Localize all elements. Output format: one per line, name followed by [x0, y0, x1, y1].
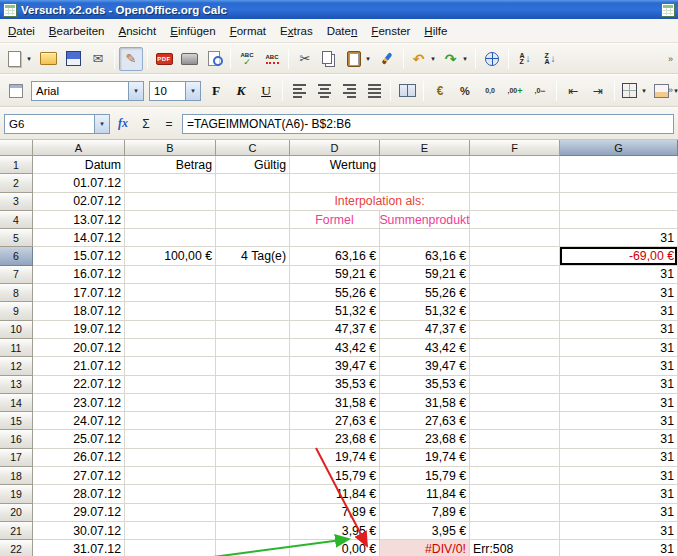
new-document-button[interactable] [4, 47, 35, 71]
undo-dropdown[interactable] [428, 48, 438, 70]
cell-C1[interactable]: Gültig [216, 156, 290, 174]
cell-B3[interactable] [125, 193, 216, 211]
cell-G2[interactable] [560, 174, 678, 192]
menu-format[interactable]: Format [223, 21, 273, 41]
cut-button[interactable]: ✂ [293, 47, 317, 71]
cell-F16[interactable] [470, 430, 560, 448]
cell-E12[interactable]: 39,47 € [380, 357, 470, 375]
number-format-percent-button[interactable]: % [453, 79, 477, 103]
cell-E5[interactable] [380, 229, 470, 247]
cell-B11[interactable] [125, 339, 216, 357]
row-header-9[interactable]: 9 [0, 302, 33, 320]
cell-F13[interactable] [470, 376, 560, 394]
cell-G16[interactable]: 31 [560, 430, 678, 448]
cell-F11[interactable] [470, 339, 560, 357]
cell-G22[interactable]: 31 [560, 540, 678, 556]
cell-A8[interactable]: 17.07.12 [33, 284, 125, 302]
cell-D15[interactable]: 27,63 € [290, 412, 380, 430]
cell-D13[interactable]: 35,53 € [290, 376, 380, 394]
hyperlink-button[interactable] [480, 47, 504, 71]
cell-F21[interactable] [470, 522, 560, 540]
cell-E1[interactable] [380, 156, 470, 174]
cell-C19[interactable] [216, 485, 290, 503]
number-format-currency-button[interactable]: € [428, 79, 452, 103]
cell-E20[interactable]: 7,89 € [380, 504, 470, 522]
cell-B14[interactable] [125, 394, 216, 412]
cell-E22[interactable]: #DIV/0! [380, 540, 470, 556]
cell-B4[interactable] [125, 211, 216, 229]
cell-G4[interactable] [560, 211, 678, 229]
cell-E18[interactable]: 15,79 € [380, 467, 470, 485]
cell-D14[interactable]: 31,58 € [290, 394, 380, 412]
menu-hilfe[interactable]: Hilfe [417, 21, 454, 41]
cell-A4[interactable]: 13.07.12 [33, 211, 125, 229]
cell-B1[interactable]: Betrag [125, 156, 216, 174]
cell-E2[interactable] [380, 174, 470, 192]
cell-D18[interactable]: 15,79 € [290, 467, 380, 485]
standard-toolbar-overflow-button[interactable] [664, 46, 677, 72]
cell-D21[interactable]: 3,95 € [290, 522, 380, 540]
cell-C11[interactable] [216, 339, 290, 357]
cell-G15[interactable]: 31 [560, 412, 678, 430]
cell-D22[interactable]: 0,00 € [290, 540, 380, 556]
cell-E7[interactable]: 59,21 € [380, 266, 470, 284]
cell-G3[interactable] [560, 193, 678, 211]
menu-daten[interactable]: Daten [320, 21, 365, 41]
font-size-combobox[interactable]: 10 [149, 81, 201, 101]
bold-button[interactable]: F [204, 79, 228, 103]
cell-G20[interactable]: 31 [560, 504, 678, 522]
cell-B12[interactable] [125, 357, 216, 375]
cell-F17[interactable] [470, 449, 560, 467]
sum-button[interactable]: Σ [136, 114, 156, 134]
increase-indent-button[interactable]: ⇥ [586, 79, 610, 103]
row-header-8[interactable]: 8 [0, 284, 33, 302]
cell-B7[interactable] [125, 266, 216, 284]
formula-input[interactable]: =TAGEIMMONAT(A6)- B$2:B6 [182, 114, 674, 134]
cell-C6[interactable]: 4 Tag(e) [216, 247, 290, 265]
cell-A15[interactable]: 24.07.12 [33, 412, 125, 430]
cell-A13[interactable]: 22.07.12 [33, 376, 125, 394]
cell-G13[interactable]: 31 [560, 376, 678, 394]
cell-B9[interactable] [125, 302, 216, 320]
cell-G9[interactable]: 31 [560, 302, 678, 320]
cell-D12[interactable]: 39,47 € [290, 357, 380, 375]
cell-C13[interactable] [216, 376, 290, 394]
cell-C4[interactable] [216, 211, 290, 229]
cell-F20[interactable] [470, 504, 560, 522]
cell-C18[interactable] [216, 467, 290, 485]
cell-D16[interactable]: 23,68 € [290, 430, 380, 448]
paste-dropdown[interactable] [363, 48, 373, 70]
redo-dropdown[interactable] [460, 48, 470, 70]
font-name-dropdown[interactable] [128, 82, 143, 100]
cell-C17[interactable] [216, 449, 290, 467]
cell-F10[interactable] [470, 321, 560, 339]
cell-B2[interactable] [125, 174, 216, 192]
cell-A14[interactable]: 23.07.12 [33, 394, 125, 412]
row-header-1[interactable]: 1 [0, 156, 33, 174]
cell-E21[interactable]: 3,95 € [380, 522, 470, 540]
cell-B21[interactable] [125, 522, 216, 540]
decrease-indent-button[interactable]: ⇤ [561, 79, 585, 103]
row-header-19[interactable]: 19 [0, 485, 33, 503]
cell-B16[interactable] [125, 430, 216, 448]
cell-D19[interactable]: 11,84 € [290, 485, 380, 503]
cell-G6[interactable]: -69,00 € [560, 247, 678, 265]
cell-D2[interactable] [290, 174, 380, 192]
edit-file-button[interactable]: ✎ [119, 47, 143, 71]
open-document-button[interactable] [36, 47, 60, 71]
cell-C2[interactable] [216, 174, 290, 192]
cell-A2[interactable]: 01.07.12 [33, 174, 125, 192]
cell-F18[interactable] [470, 467, 560, 485]
align-justified-button[interactable] [362, 79, 386, 103]
row-header-4[interactable]: 4 [0, 211, 33, 229]
row-header-5[interactable]: 5 [0, 229, 33, 247]
cell-A19[interactable]: 28.07.12 [33, 485, 125, 503]
row-header-17[interactable]: 17 [0, 449, 33, 467]
cell-E16[interactable]: 23,68 € [380, 430, 470, 448]
cell-E19[interactable]: 11,84 € [380, 485, 470, 503]
format-paintbrush-button[interactable] [375, 47, 399, 71]
menu-extras[interactable]: Extras [273, 21, 320, 41]
cell-B5[interactable] [125, 229, 216, 247]
cell-reference-box[interactable]: G6 [4, 114, 110, 134]
cell-G8[interactable]: 31 [560, 284, 678, 302]
